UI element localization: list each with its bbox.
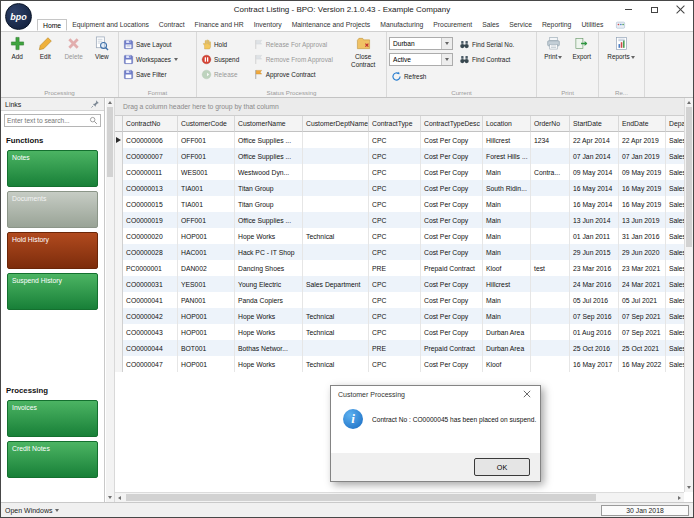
tab-manufacturing[interactable]: Manufacturing (375, 19, 428, 31)
grid-row-CO0000015[interactable]: CO0000015TIA001Titan GroupCPCCost Per Co… (115, 196, 686, 212)
grid-cell: 16 May 2017 (570, 356, 619, 372)
column-header-customerdeptname[interactable]: CustomerDeptName (303, 116, 369, 132)
scroll-up-icon[interactable] (687, 101, 691, 104)
scroll-left-icon[interactable] (118, 496, 121, 500)
tab-sales[interactable]: Sales (477, 19, 504, 31)
grid-row-PC0000001[interactable]: PC0000001DAN002Dancing ShoesPREPrepaid C… (115, 260, 686, 276)
column-header-enddate[interactable]: EndDate (619, 116, 666, 132)
print-button[interactable]: Print (539, 34, 568, 87)
find-serial-button[interactable]: Find Serial No. (457, 37, 516, 52)
scrollbar-thumb[interactable] (107, 107, 113, 177)
grid-row-CO0000020[interactable]: CO0000020HOP001Hope WorksTechnicalCPCCos… (115, 228, 686, 244)
grid-row-CO0000007[interactable]: CO0000007OFF001Office Supplies ...CPCCos… (115, 148, 686, 164)
tab-utilities[interactable]: Utilities (576, 19, 608, 31)
grid-row-CO0000013[interactable]: CO0000013TIA001Titan GroupCPCCost Per Co… (115, 180, 686, 196)
grid-row-CO0000028[interactable]: CO0000028HAC001Hack PC - IT ShopCPCCost … (115, 244, 686, 260)
search-icon[interactable] (89, 116, 98, 125)
tab-home[interactable]: Home (37, 19, 67, 31)
workspaces-button[interactable]: Workspaces (121, 52, 194, 67)
close-contract-button[interactable]: Close Contract (342, 34, 384, 87)
branch-combobox[interactable]: Durban (389, 37, 453, 50)
column-header-customername[interactable]: CustomerName (235, 116, 303, 132)
grid-cell (531, 228, 570, 244)
grid-row-CO0000011[interactable]: CO0000011WES001Westwood Dyn...CPCCost Pe… (115, 164, 686, 180)
sidebar-button-hold-history[interactable]: Hold History (7, 232, 98, 269)
sidebar-button-invoices[interactable]: Invoices (7, 400, 98, 437)
grid-cell: 07 Jan 2019 (619, 148, 666, 164)
release-button[interactable]: Release (199, 67, 251, 82)
save-filter-button[interactable]: Save Filter (121, 67, 194, 82)
tab-procurement[interactable]: Procurement (428, 19, 477, 31)
column-header-startdate[interactable]: StartDate (570, 116, 619, 132)
grid-cell: test (531, 260, 570, 276)
grid-row-CO0000031[interactable]: CO0000031YES001Young ElectricSales Depar… (115, 276, 686, 292)
tab-service[interactable]: Service (504, 19, 537, 31)
column-header-orderno[interactable]: OrderNo (531, 116, 570, 132)
tab-inventory[interactable]: Inventory (249, 19, 287, 31)
column-header-contractno[interactable]: ContractNo (123, 116, 178, 132)
column-header-contracttype[interactable]: ContractType (369, 116, 421, 132)
grid-cell: Durban Area (483, 340, 531, 356)
add-button[interactable]: Add (3, 34, 31, 87)
column-header-depar[interactable]: Depar... (666, 116, 686, 132)
maximize-button[interactable] (641, 1, 667, 18)
chevron-down-icon[interactable] (441, 54, 452, 65)
tab-finance-and-hr[interactable]: Finance and HR (190, 19, 249, 31)
grid-cell: Main (483, 164, 531, 180)
column-header-location[interactable]: Location (483, 116, 531, 132)
column-header-contracttypedesc[interactable]: ContractTypeDesc (421, 116, 483, 132)
chevron-down-icon[interactable] (441, 38, 452, 49)
export-icon (574, 36, 589, 51)
status-combobox[interactable]: Active (389, 53, 453, 66)
grid-row-CO0000043[interactable]: CO0000043HOP001Hope WorksTechnicalCPCCos… (115, 324, 686, 340)
sidebar-button-credit-notes[interactable]: Credit Notes (7, 441, 98, 478)
search-input[interactable] (7, 117, 89, 124)
grid-row-CO0000047[interactable]: CO0000047HOP001Hope WorksTechnicalCPCCos… (115, 356, 686, 372)
skin-selector-icon[interactable] (613, 19, 628, 31)
scroll-up-icon[interactable] (108, 101, 112, 104)
suspend-button[interactable]: Suspend (199, 52, 251, 67)
approve-contract-button[interactable]: Approve Contract (251, 67, 343, 82)
open-windows-button[interactable]: Open Windows (5, 507, 59, 514)
dialog-close-button[interactable] (514, 386, 540, 402)
delete-button[interactable]: Delete (60, 34, 88, 87)
pin-icon[interactable] (90, 99, 100, 109)
sidebar-button-suspend-history[interactable]: Suspend History (7, 273, 98, 310)
release-icon (201, 69, 212, 80)
edit-button[interactable]: Edit (31, 34, 59, 87)
grid-row-CO0000041[interactable]: CO0000041PAN001Panda CopiersCPCCost Per … (115, 292, 686, 308)
sidebar-scrollbar[interactable] (106, 98, 115, 502)
grid-row-CO0000044[interactable]: CO0000044BOT001Bothas Networ...PREPrepai… (115, 340, 686, 356)
scroll-down-icon[interactable] (687, 486, 691, 489)
scrollbar-thumb[interactable] (686, 107, 692, 247)
grid-row-CO0000042[interactable]: CO0000042HOP001Hope WorksTechnicalCPCCos… (115, 308, 686, 324)
hold-button[interactable]: Hold (199, 37, 251, 52)
find-contract-button[interactable]: Find Contract (457, 52, 516, 67)
reports-button[interactable]: Reports (601, 34, 641, 87)
grid-cell (531, 276, 570, 292)
tab-contract[interactable]: Contract (154, 19, 190, 31)
sidebar-button-notes[interactable]: Notes (7, 150, 98, 187)
tab-reporting[interactable]: Reporting (537, 19, 576, 31)
close-button[interactable] (667, 1, 693, 18)
save-layout-button[interactable]: Save Layout (121, 37, 194, 52)
tab-equipment-and-locations[interactable]: Equipment and Locations (67, 19, 154, 31)
scroll-right-icon[interactable] (678, 496, 681, 500)
minimize-button[interactable] (615, 1, 641, 18)
ok-button[interactable]: OK (474, 458, 530, 476)
tab-maintenance-and-projects[interactable]: Maintenance and Projects (287, 19, 376, 31)
export-button[interactable]: Export (568, 34, 597, 87)
view-button[interactable]: View (88, 34, 116, 87)
refresh-button[interactable]: Refresh (389, 69, 457, 84)
column-header-customercode[interactable]: CustomerCode (178, 116, 235, 132)
scrollbar-thumb[interactable] (126, 494, 596, 501)
release-for-approval-button[interactable]: Release For Approval (251, 37, 343, 52)
scroll-down-icon[interactable] (108, 496, 112, 499)
grid-row-CO0000006[interactable]: CO0000006OFF001Office Supplies ...CPCCos… (115, 132, 686, 148)
sidebar-button-documents[interactable]: Documents (7, 191, 98, 228)
grid-horizontal-scrollbar[interactable] (115, 492, 684, 502)
remove-from-approval-button[interactable]: Remove From Approval (251, 52, 343, 67)
grid-vertical-scrollbar[interactable] (684, 98, 693, 492)
group-by-panel[interactable]: Drag a column header here to group by th… (115, 98, 693, 116)
grid-row-CO0000019[interactable]: CO0000019OFF001Office Supplies ...CPCCos… (115, 212, 686, 228)
